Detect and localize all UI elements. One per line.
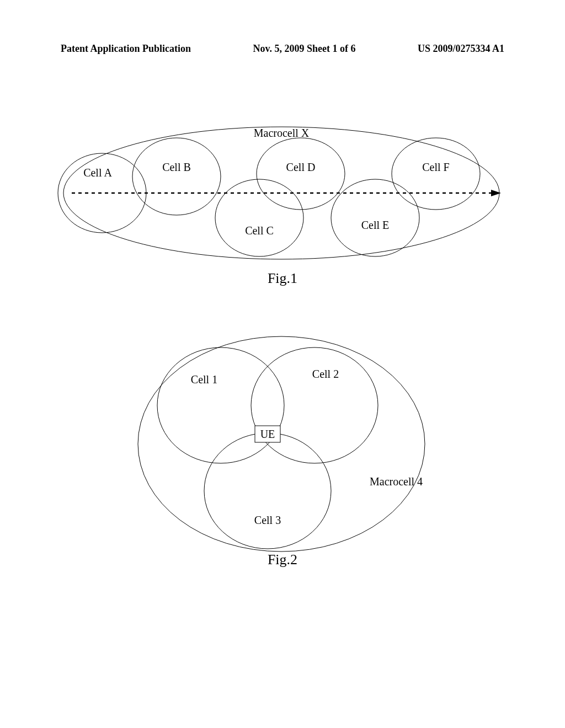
cell-3-label: Cell 3 [254, 514, 281, 526]
figure-2-caption: Fig.2 [0, 552, 565, 568]
page-header: Patent Application Publication Nov. 5, 2… [0, 43, 565, 55]
cell-d-label: Cell D [286, 161, 316, 173]
header-publication-type: Patent Application Publication [61, 43, 191, 55]
cell-c-ellipse [215, 179, 303, 256]
cell-a-label: Cell A [83, 167, 112, 179]
figure-2: Macrocell 4 Cell 1 Cell 2 Cell 3 UE [132, 325, 430, 557]
cell-f-ellipse [392, 138, 480, 210]
cell-f-label: Cell F [422, 161, 449, 173]
figure-1-svg: Macrocell X Cell A Cell B Cell C Cell D … [55, 116, 508, 270]
figure-1: Macrocell X Cell A Cell B Cell C Cell D … [55, 116, 508, 270]
macrocell-4-ellipse [138, 336, 425, 552]
cell-e-label: Cell E [361, 219, 390, 231]
cell-b-label: Cell B [162, 161, 191, 173]
cell-3-ellipse [204, 433, 331, 549]
ue-label: UE [260, 428, 275, 440]
figure-2-svg: Macrocell 4 Cell 1 Cell 2 Cell 3 UE [132, 325, 430, 557]
cell-2-ellipse [251, 347, 378, 463]
header-publication-number: US 2009/0275334 A1 [418, 43, 504, 55]
cell-1-ellipse [157, 347, 284, 463]
cell-2-label: Cell 2 [312, 368, 339, 380]
cell-c-label: Cell C [245, 224, 274, 237]
cell-1-label: Cell 1 [191, 373, 217, 386]
macrocell-x-ellipse [63, 127, 499, 259]
cell-d-ellipse [257, 138, 345, 210]
movement-arrow-head [491, 190, 501, 196]
cell-b-ellipse [132, 138, 221, 215]
header-date-sheet: Nov. 5, 2009 Sheet 1 of 6 [253, 43, 356, 55]
cell-e-ellipse [331, 179, 419, 256]
figure-1-caption: Fig.1 [0, 270, 565, 287]
macrocell-4-label: Macrocell 4 [370, 475, 423, 488]
macrocell-x-label: Macrocell X [254, 127, 310, 139]
